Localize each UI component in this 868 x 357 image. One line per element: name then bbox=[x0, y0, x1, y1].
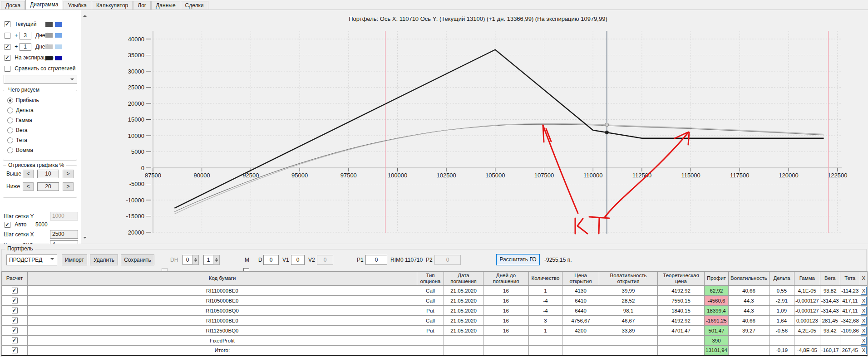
scroll-down-icon[interactable] bbox=[83, 237, 87, 240]
column-header[interactable]: Волатильность bbox=[728, 272, 769, 286]
color-swatch[interactable] bbox=[55, 44, 62, 49]
color-swatch[interactable] bbox=[45, 33, 53, 38]
row-calc-checkbox[interactable] bbox=[12, 318, 18, 323]
plus1-days-checkbox[interactable] bbox=[5, 44, 10, 50]
radio-icon[interactable] bbox=[7, 117, 13, 123]
grid-step-x-input[interactable]: 2500 bbox=[50, 230, 78, 239]
spinner1-updown-icon[interactable] bbox=[192, 255, 199, 265]
column-header[interactable]: Расчет bbox=[2, 272, 28, 286]
below-percent-input[interactable]: 20 bbox=[37, 182, 59, 191]
sko-count-input[interactable]: 4 bbox=[50, 240, 78, 244]
expiration-checkbox[interactable] bbox=[5, 55, 10, 61]
render-percent-title: Отрисовка графика % bbox=[6, 162, 66, 168]
cell-vol bbox=[728, 346, 769, 356]
above-percent-input[interactable]: 10 bbox=[37, 170, 59, 178]
remove-position-button[interactable]: X bbox=[861, 287, 867, 295]
column-header[interactable]: Количество bbox=[529, 272, 562, 286]
cell-theo: 7550,15 bbox=[658, 296, 705, 306]
column-header[interactable]: X bbox=[860, 272, 867, 286]
remove-position-button[interactable]: X bbox=[861, 346, 867, 354]
dh-spinner-1[interactable]: 0 bbox=[182, 255, 200, 265]
plus3-days-checkbox[interactable] bbox=[5, 33, 10, 39]
row-calc-checkbox[interactable] bbox=[12, 288, 18, 293]
column-header[interactable]: Волатильность открытия bbox=[599, 272, 658, 286]
color-swatch[interactable] bbox=[45, 44, 53, 49]
cell-qty: -4 bbox=[529, 296, 562, 306]
column-header[interactable]: Гамма bbox=[794, 272, 820, 286]
tab-2[interactable]: Диаграмма bbox=[25, 0, 63, 10]
cell-theta bbox=[840, 336, 860, 346]
p1-input[interactable]: 0 bbox=[365, 255, 387, 265]
color-swatch[interactable] bbox=[45, 22, 53, 27]
column-header[interactable]: Цена открытия bbox=[562, 272, 599, 286]
spinner2-updown-icon[interactable] bbox=[213, 255, 220, 265]
cell-open_vol bbox=[599, 346, 658, 356]
current-checkbox[interactable] bbox=[5, 21, 10, 27]
tab-7[interactable]: Сделки bbox=[181, 1, 208, 10]
radio-icon[interactable] bbox=[7, 98, 13, 103]
column-header[interactable]: Профит bbox=[705, 272, 729, 286]
tab-1[interactable]: Доска bbox=[1, 1, 25, 10]
radio-icon[interactable] bbox=[7, 108, 13, 113]
cell-remove: X bbox=[860, 306, 867, 316]
import-button[interactable]: Импорт bbox=[62, 254, 87, 265]
auto-grid-checkbox[interactable] bbox=[5, 222, 10, 228]
chart-settings-sidebar: Текущий + 3 Дней + 1 Дней На экспирацию … bbox=[0, 10, 81, 244]
remove-position-button[interactable]: X bbox=[861, 307, 867, 315]
grid-step-x-label: Шаг сетки X bbox=[4, 231, 34, 238]
auto-grid-label: Авто bbox=[15, 221, 26, 228]
remove-position-button[interactable]: X bbox=[861, 317, 867, 325]
strategy-select[interactable]: ПРОДСТРЕД bbox=[6, 254, 57, 265]
cell-gamma: -4,8E-05 bbox=[794, 346, 820, 356]
row-calc-checkbox[interactable] bbox=[12, 347, 18, 353]
above-decrement-button[interactable]: < bbox=[23, 170, 34, 178]
column-header[interactable]: Дельта bbox=[769, 272, 794, 286]
row-calc-checkbox[interactable] bbox=[12, 298, 18, 303]
calculate-margin-button[interactable]: Рассчитать ГО bbox=[496, 254, 540, 265]
d-input[interactable]: 0 bbox=[263, 255, 279, 265]
tab-4[interactable]: Калькулятор bbox=[92, 1, 133, 10]
row-calc-checkbox[interactable] bbox=[12, 328, 18, 333]
spinner1-value[interactable]: 0 bbox=[182, 255, 192, 265]
v1-input[interactable]: 0 bbox=[291, 255, 305, 265]
column-header[interactable]: Дней до погашения bbox=[483, 272, 529, 286]
column-header[interactable]: Дата погашения bbox=[444, 272, 483, 286]
save-button[interactable]: Сохранить bbox=[121, 254, 154, 265]
profit-chart[interactable]: -20000-15000-10000-500005000100001500020… bbox=[88, 10, 868, 244]
radio-icon[interactable] bbox=[7, 147, 13, 153]
color-swatch[interactable] bbox=[55, 56, 62, 60]
below-increment-button[interactable]: > bbox=[63, 182, 74, 191]
below-label: Ниже bbox=[6, 183, 20, 190]
tab-6[interactable]: Данные bbox=[151, 1, 180, 10]
compare-strategy-checkbox[interactable] bbox=[5, 66, 10, 72]
column-header[interactable]: Тип опциона bbox=[417, 272, 444, 286]
tab-3[interactable]: Улыбка bbox=[64, 1, 92, 10]
cell-remove: X bbox=[860, 346, 867, 356]
above-increment-button[interactable]: > bbox=[63, 170, 74, 178]
remove-position-button[interactable]: X bbox=[861, 327, 867, 335]
column-header[interactable]: Вега bbox=[820, 272, 840, 286]
draw-option-label: Вега bbox=[16, 127, 27, 133]
column-header[interactable]: Теоретическая цена bbox=[658, 272, 705, 286]
spinner2-value[interactable]: 1 bbox=[203, 255, 213, 265]
color-swatch[interactable] bbox=[55, 22, 62, 27]
column-header[interactable]: Тета bbox=[840, 272, 860, 286]
dh-spinner-2[interactable]: 1 bbox=[203, 255, 221, 265]
row-calc-checkbox[interactable] bbox=[12, 337, 18, 343]
sidebar-scrollbar[interactable] bbox=[81, 10, 88, 244]
color-swatch[interactable] bbox=[55, 33, 62, 38]
color-swatch[interactable] bbox=[45, 56, 53, 60]
days-offset-input[interactable]: 3 bbox=[20, 32, 31, 39]
below-decrement-button[interactable]: < bbox=[23, 182, 34, 191]
radio-icon[interactable] bbox=[7, 127, 13, 133]
days-offset-input[interactable]: 1 bbox=[20, 43, 31, 51]
column-header[interactable]: Код бумаги bbox=[28, 272, 417, 286]
remove-position-button[interactable]: X bbox=[861, 337, 867, 345]
tab-5[interactable]: Лог bbox=[133, 1, 151, 10]
scroll-up-icon[interactable] bbox=[83, 13, 87, 17]
radio-icon[interactable] bbox=[7, 137, 13, 143]
remove-position-button[interactable]: X bbox=[861, 297, 867, 305]
row-calc-checkbox[interactable] bbox=[12, 308, 18, 313]
delete-button[interactable]: Удалить bbox=[90, 254, 118, 265]
compare-strategy-select[interactable] bbox=[4, 75, 77, 84]
